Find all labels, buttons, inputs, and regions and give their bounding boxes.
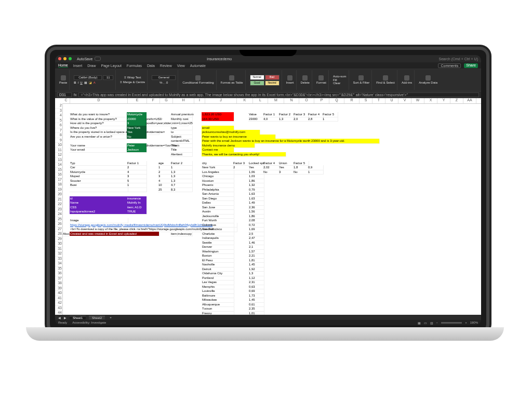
cell[interactable] <box>233 170 250 175</box>
clear-button[interactable]: Clear <box>333 82 340 85</box>
close-icon[interactable] <box>58 57 61 60</box>
cell[interactable] <box>127 188 147 193</box>
cell[interactable]: 23000 <box>248 117 264 122</box>
sheet-nav-icon[interactable]: ◀ <box>58 316 61 319</box>
comments-button[interactable]: Comments <box>438 63 461 68</box>
row-headers[interactable]: 2345678910111213141516171819202122232425… <box>55 103 63 315</box>
format-table-button[interactable]: Format as Table <box>221 81 243 85</box>
tab-pagelayout[interactable]: Page Layout <box>101 64 122 68</box>
autosum-button[interactable]: Auto-sum <box>333 75 347 78</box>
merge-button[interactable]: Merge & Centre <box>123 81 145 84</box>
tab-draw[interactable]: Draw <box>87 64 96 68</box>
view-normal-icon[interactable]: ▦ <box>418 321 421 325</box>
sheet-nav-icon[interactable]: ▶ <box>64 316 66 319</box>
number-format[interactable]: General <box>152 75 176 80</box>
cell[interactable]: 2,8 <box>308 117 324 122</box>
cell[interactable]: Your email <box>70 148 128 153</box>
format-button[interactable]: Format <box>316 81 326 85</box>
sort-filter-icon[interactable] <box>358 75 364 81</box>
delete-button[interactable]: Delete <box>301 81 310 85</box>
style-bad[interactable]: Bad <box>265 75 280 80</box>
cell[interactable]: Are you a member of a union? <box>70 135 128 140</box>
underline-button[interactable]: U <box>80 81 82 85</box>
insert-cells-icon[interactable] <box>287 75 292 81</box>
cell[interactable]: Created and was created in Excel and upl… <box>70 232 159 237</box>
format-cells-icon[interactable] <box>318 75 324 81</box>
align-icon[interactable]: ≡ <box>120 81 122 84</box>
wrap-text-button[interactable]: Wrap Text <box>127 76 141 79</box>
format-table-icon[interactable] <box>229 75 234 81</box>
addins-icon[interactable] <box>404 75 409 81</box>
cell[interactable]: 3 <box>278 170 295 175</box>
tab-formulas[interactable]: Formulas <box>127 64 142 68</box>
tab-view[interactable]: View <box>177 64 185 68</box>
paste-icon[interactable] <box>61 75 66 81</box>
percent-icon[interactable]: % <box>159 81 162 85</box>
cell[interactable]: No <box>263 170 280 175</box>
fill-button[interactable]: Fill <box>333 78 337 82</box>
font-color-icon[interactable]: A <box>94 81 96 85</box>
font-select[interactable]: Calibri (Body) <box>74 75 102 80</box>
cell[interactable]: 25 <box>158 188 172 193</box>
add-sheet-button[interactable]: + <box>108 316 113 319</box>
cell[interactable] <box>70 188 128 193</box>
cell[interactable]: dividername= <box>145 130 159 135</box>
bold-button[interactable]: B <box>74 81 76 85</box>
minimize-icon[interactable] <box>63 57 66 60</box>
tab-automate[interactable]: Automate <box>190 64 206 68</box>
autosave-toggle[interactable]: AutoSave <box>77 57 92 61</box>
style-good[interactable]: Good <box>250 81 264 86</box>
cond-format-button[interactable]: Conditional Formatting <box>182 81 214 85</box>
paste-button[interactable]: Paste <box>59 81 67 85</box>
cell[interactable]: 2,0 <box>293 117 309 122</box>
sheet-tab[interactable]: Sheet2 <box>89 316 105 319</box>
tab-home[interactable]: Home <box>58 63 68 68</box>
maximize-icon[interactable] <box>69 57 72 60</box>
cell[interactable]: 4,0 <box>263 117 280 122</box>
inc-decimal-icon[interactable]: .0 <box>165 81 168 85</box>
cell[interactable]: No <box>127 135 147 140</box>
border-icon[interactable]: ▦ <box>84 81 87 85</box>
zoom-slider[interactable] <box>441 322 462 324</box>
zoom-in-icon[interactable]: + <box>465 321 467 324</box>
formula-input[interactable]: ="<h3>This app was created in Excel and … <box>78 92 479 97</box>
fx-icon[interactable]: fx <box>74 93 76 97</box>
analyze-button[interactable]: Analyze Data <box>419 81 437 85</box>
cell[interactable]: 1 <box>308 170 324 175</box>
zoom-out-icon[interactable]: − <box>436 321 438 324</box>
view-break-icon[interactable]: ▥ <box>430 321 433 325</box>
fill-color-icon[interactable]: ◪ <box>89 81 92 85</box>
cell[interactable]: Inputparadicmea2 <box>70 209 128 215</box>
view-page-icon[interactable]: ▭ <box>424 321 427 325</box>
style-neutral[interactable]: Neutral <box>265 81 280 86</box>
delete-cells-icon[interactable] <box>302 75 308 81</box>
share-button[interactable]: Share <box>464 63 478 68</box>
insert-button[interactable]: Insert <box>286 81 294 85</box>
cell[interactable]: Alerttext <box>170 152 193 157</box>
find-select-button[interactable]: Find & Select <box>376 81 395 85</box>
cell[interactable]: Monthly cost <box>170 117 193 122</box>
comma-icon[interactable]: , <box>164 81 165 85</box>
cell[interactable]: 1,3 <box>278 117 295 122</box>
cell[interactable]: Thanks, we will be contacting you shortl… <box>202 152 286 157</box>
sheet-tab[interactable]: Sheet1 <box>70 316 86 319</box>
tab-data[interactable]: Data <box>147 64 155 68</box>
cell[interactable]: Jackson <box>127 148 147 153</box>
spreadsheet-grid[interactable]: CDEFGHIJKLMNOPQRSTUVWXYZAA 2345678910111… <box>55 98 481 320</box>
font-size[interactable]: 11 <box>103 75 113 80</box>
find-select-icon[interactable] <box>383 75 388 81</box>
name-box[interactable]: D31 <box>57 92 72 97</box>
cell[interactable]: 164.33 USD <box>202 117 234 122</box>
sort-filter-button[interactable]: Sort & Filter <box>353 81 370 85</box>
cell[interactable]: 8,3 <box>170 188 193 193</box>
cond-format-icon[interactable] <box>195 75 201 81</box>
search-box[interactable]: Search (Cmd + Ctrl + U) <box>439 57 478 61</box>
analyze-icon[interactable] <box>425 75 431 81</box>
italic-button[interactable]: I <box>78 81 79 85</box>
align-icon[interactable]: ≡ <box>124 76 126 79</box>
cell[interactable]: 1 <box>322 117 338 122</box>
tab-insert[interactable]: Insert <box>73 64 83 68</box>
zoom-level[interactable]: 190% <box>470 321 478 324</box>
cell[interactable]: TRUE <box>127 209 147 215</box>
tab-review[interactable]: Review <box>160 64 172 68</box>
